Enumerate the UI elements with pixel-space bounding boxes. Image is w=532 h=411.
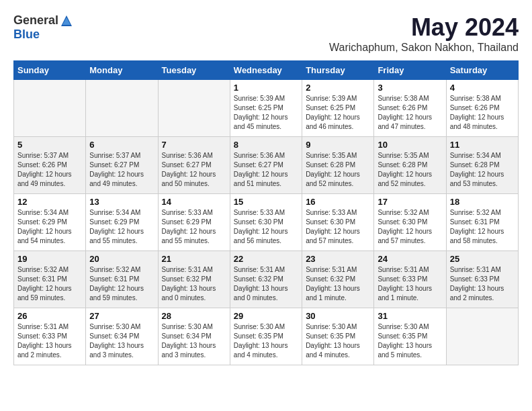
day-info: Sunrise: 5:31 AM Sunset: 6:33 PM Dayligh… xyxy=(450,265,515,303)
day-info: Sunrise: 5:34 AM Sunset: 6:28 PM Dayligh… xyxy=(450,151,515,189)
calendar-week-row: 1Sunrise: 5:39 AM Sunset: 6:25 PM Daylig… xyxy=(14,80,519,137)
title-area: May 2024 Warichaphum, Sakon Nakhon, Thai… xyxy=(329,13,519,54)
day-info: Sunrise: 5:37 AM Sunset: 6:27 PM Dayligh… xyxy=(89,151,154,189)
calendar-week-row: 5Sunrise: 5:37 AM Sunset: 6:26 PM Daylig… xyxy=(14,137,519,194)
calendar-cell: 14Sunrise: 5:33 AM Sunset: 6:29 PM Dayli… xyxy=(158,194,230,251)
calendar-cell: 23Sunrise: 5:31 AM Sunset: 6:32 PM Dayli… xyxy=(302,251,374,308)
calendar-cell: 2Sunrise: 5:39 AM Sunset: 6:25 PM Daylig… xyxy=(302,80,374,137)
day-info: Sunrise: 5:32 AM Sunset: 6:31 PM Dayligh… xyxy=(17,265,82,303)
calendar-header-thursday: Thursday xyxy=(302,61,374,80)
day-info: Sunrise: 5:30 AM Sunset: 6:35 PM Dayligh… xyxy=(378,322,442,360)
day-number: 23 xyxy=(306,254,370,264)
day-info: Sunrise: 5:35 AM Sunset: 6:28 PM Dayligh… xyxy=(378,151,442,189)
day-number: 17 xyxy=(378,197,442,207)
calendar-table: SundayMondayTuesdayWednesdayThursdayFrid… xyxy=(13,60,519,365)
day-number: 22 xyxy=(234,254,298,264)
calendar-header-monday: Monday xyxy=(86,61,158,80)
calendar-cell: 18Sunrise: 5:32 AM Sunset: 6:31 PM Dayli… xyxy=(446,194,518,251)
calendar-cell: 30Sunrise: 5:30 AM Sunset: 6:35 PM Dayli… xyxy=(302,308,374,365)
day-number: 7 xyxy=(162,140,226,150)
calendar-cell: 6Sunrise: 5:37 AM Sunset: 6:27 PM Daylig… xyxy=(86,137,158,194)
logo-blue-text: Blue xyxy=(13,28,40,42)
day-info: Sunrise: 5:36 AM Sunset: 6:27 PM Dayligh… xyxy=(162,151,226,189)
calendar-cell: 15Sunrise: 5:33 AM Sunset: 6:30 PM Dayli… xyxy=(230,194,302,251)
calendar-cell: 3Sunrise: 5:38 AM Sunset: 6:26 PM Daylig… xyxy=(374,80,446,137)
day-number: 31 xyxy=(378,311,442,321)
day-info: Sunrise: 5:30 AM Sunset: 6:35 PM Dayligh… xyxy=(234,322,298,360)
calendar-cell: 20Sunrise: 5:32 AM Sunset: 6:31 PM Dayli… xyxy=(86,251,158,308)
calendar-cell: 10Sunrise: 5:35 AM Sunset: 6:28 PM Dayli… xyxy=(374,137,446,194)
day-info: Sunrise: 5:34 AM Sunset: 6:29 PM Dayligh… xyxy=(17,208,82,246)
day-info: Sunrise: 5:30 AM Sunset: 6:34 PM Dayligh… xyxy=(162,322,226,360)
day-number: 10 xyxy=(378,140,442,150)
day-number: 6 xyxy=(89,140,154,150)
day-number: 13 xyxy=(89,197,154,207)
logo: General Blue xyxy=(13,13,73,42)
calendar-cell: 28Sunrise: 5:30 AM Sunset: 6:34 PM Dayli… xyxy=(158,308,230,365)
day-number: 30 xyxy=(306,311,370,321)
day-info: Sunrise: 5:39 AM Sunset: 6:25 PM Dayligh… xyxy=(234,94,298,132)
day-info: Sunrise: 5:30 AM Sunset: 6:34 PM Dayligh… xyxy=(89,322,154,360)
calendar-cell: 24Sunrise: 5:31 AM Sunset: 6:33 PM Dayli… xyxy=(374,251,446,308)
calendar-week-row: 26Sunrise: 5:31 AM Sunset: 6:33 PM Dayli… xyxy=(14,308,519,365)
calendar-cell: 27Sunrise: 5:30 AM Sunset: 6:34 PM Dayli… xyxy=(86,308,158,365)
day-info: Sunrise: 5:39 AM Sunset: 6:25 PM Dayligh… xyxy=(306,94,370,132)
calendar-cell: 9Sunrise: 5:35 AM Sunset: 6:28 PM Daylig… xyxy=(302,137,374,194)
day-number: 25 xyxy=(450,254,515,264)
day-info: Sunrise: 5:33 AM Sunset: 6:30 PM Dayligh… xyxy=(306,208,370,246)
day-number: 4 xyxy=(450,83,515,93)
day-number: 21 xyxy=(162,254,226,264)
day-info: Sunrise: 5:31 AM Sunset: 6:32 PM Dayligh… xyxy=(234,265,298,303)
day-number: 5 xyxy=(17,140,82,150)
day-info: Sunrise: 5:34 AM Sunset: 6:29 PM Dayligh… xyxy=(89,208,154,246)
calendar-header-sunday: Sunday xyxy=(14,61,86,80)
location-title: Warichaphum, Sakon Nakhon, Thailand xyxy=(329,42,519,54)
calendar-cell xyxy=(158,80,230,137)
day-number: 29 xyxy=(234,311,298,321)
calendar-week-row: 19Sunrise: 5:32 AM Sunset: 6:31 PM Dayli… xyxy=(14,251,519,308)
calendar-cell: 8Sunrise: 5:36 AM Sunset: 6:27 PM Daylig… xyxy=(230,137,302,194)
day-number: 8 xyxy=(234,140,298,150)
calendar-cell: 19Sunrise: 5:32 AM Sunset: 6:31 PM Dayli… xyxy=(14,251,86,308)
day-info: Sunrise: 5:32 AM Sunset: 6:31 PM Dayligh… xyxy=(89,265,154,303)
day-info: Sunrise: 5:31 AM Sunset: 6:32 PM Dayligh… xyxy=(306,265,370,303)
day-info: Sunrise: 5:38 AM Sunset: 6:26 PM Dayligh… xyxy=(378,94,442,132)
calendar-cell: 5Sunrise: 5:37 AM Sunset: 6:26 PM Daylig… xyxy=(14,137,86,194)
calendar-header-friday: Friday xyxy=(374,61,446,80)
calendar-cell: 12Sunrise: 5:34 AM Sunset: 6:29 PM Dayli… xyxy=(14,194,86,251)
calendar-cell: 22Sunrise: 5:31 AM Sunset: 6:32 PM Dayli… xyxy=(230,251,302,308)
day-info: Sunrise: 5:33 AM Sunset: 6:29 PM Dayligh… xyxy=(162,208,226,246)
calendar-cell: 31Sunrise: 5:30 AM Sunset: 6:35 PM Dayli… xyxy=(374,308,446,365)
day-number: 11 xyxy=(450,140,515,150)
calendar-header-wednesday: Wednesday xyxy=(230,61,302,80)
calendar-header-tuesday: Tuesday xyxy=(158,61,230,80)
calendar-cell xyxy=(14,80,86,137)
day-info: Sunrise: 5:38 AM Sunset: 6:26 PM Dayligh… xyxy=(450,94,515,132)
day-info: Sunrise: 5:36 AM Sunset: 6:27 PM Dayligh… xyxy=(234,151,298,189)
calendar-cell: 25Sunrise: 5:31 AM Sunset: 6:33 PM Dayli… xyxy=(446,251,518,308)
calendar-cell: 13Sunrise: 5:34 AM Sunset: 6:29 PM Dayli… xyxy=(86,194,158,251)
day-number: 27 xyxy=(89,311,154,321)
day-number: 14 xyxy=(162,197,226,207)
calendar-cell: 4Sunrise: 5:38 AM Sunset: 6:26 PM Daylig… xyxy=(446,80,518,137)
day-number: 2 xyxy=(306,83,370,93)
day-info: Sunrise: 5:32 AM Sunset: 6:30 PM Dayligh… xyxy=(378,208,442,246)
day-number: 15 xyxy=(234,197,298,207)
calendar-week-row: 12Sunrise: 5:34 AM Sunset: 6:29 PM Dayli… xyxy=(14,194,519,251)
day-info: Sunrise: 5:31 AM Sunset: 6:33 PM Dayligh… xyxy=(378,265,442,303)
day-number: 16 xyxy=(306,197,370,207)
day-info: Sunrise: 5:31 AM Sunset: 6:32 PM Dayligh… xyxy=(162,265,226,303)
calendar-cell: 17Sunrise: 5:32 AM Sunset: 6:30 PM Dayli… xyxy=(374,194,446,251)
calendar-header-row: SundayMondayTuesdayWednesdayThursdayFrid… xyxy=(14,61,519,80)
calendar-cell: 26Sunrise: 5:31 AM Sunset: 6:33 PM Dayli… xyxy=(14,308,86,365)
logo-icon xyxy=(60,14,73,28)
calendar-header-saturday: Saturday xyxy=(446,61,518,80)
day-info: Sunrise: 5:33 AM Sunset: 6:30 PM Dayligh… xyxy=(234,208,298,246)
day-number: 19 xyxy=(17,254,82,264)
day-number: 12 xyxy=(17,197,82,207)
day-info: Sunrise: 5:37 AM Sunset: 6:26 PM Dayligh… xyxy=(17,151,82,189)
day-info: Sunrise: 5:30 AM Sunset: 6:35 PM Dayligh… xyxy=(306,322,370,360)
calendar-cell xyxy=(86,80,158,137)
calendar-cell xyxy=(446,308,518,365)
month-title: May 2024 xyxy=(329,13,519,42)
